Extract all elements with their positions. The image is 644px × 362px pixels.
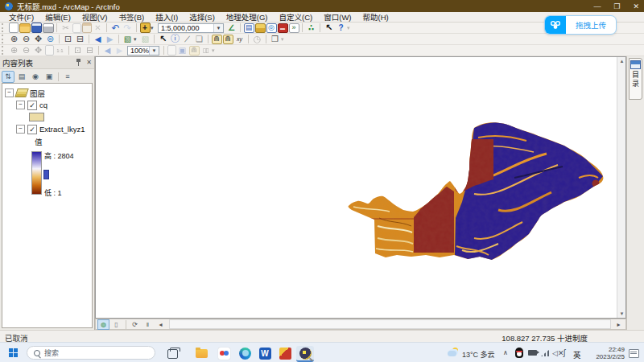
redo-icon[interactable] <box>122 23 134 33</box>
cq-visibility-checkbox[interactable] <box>27 101 37 110</box>
forward-extent-icon[interactable] <box>105 34 116 44</box>
zoom-out-icon[interactable] <box>21 34 32 44</box>
python-window-icon[interactable] <box>289 23 299 33</box>
find-icon[interactable] <box>212 35 222 44</box>
menu-insert[interactable]: 插入(I) <box>150 11 184 23</box>
file-explorer-button[interactable] <box>194 346 208 360</box>
tree-item-layers-root[interactable]: 图层 <box>2 87 92 99</box>
time-slider-icon[interactable] <box>252 34 263 44</box>
catalog-icon[interactable] <box>255 23 266 33</box>
paste-icon[interactable] <box>82 23 92 33</box>
collapse-icon[interactable] <box>5 88 14 97</box>
menu-view[interactable]: 视图(V) <box>76 11 114 23</box>
browser-button[interactable] <box>237 346 252 360</box>
cq-color-swatch[interactable] <box>29 113 44 121</box>
weather-icon[interactable] <box>448 349 459 357</box>
ime-tool-icon[interactable]: ʃ <box>564 348 565 357</box>
qq-icon[interactable] <box>515 348 523 358</box>
go-to-xy-icon[interactable]: xy <box>234 34 246 44</box>
list-by-visibility-icon[interactable]: ◉ <box>29 71 42 83</box>
save-icon[interactable] <box>31 23 42 33</box>
horizontal-scrollbar[interactable] <box>169 319 611 329</box>
toc-close-icon[interactable]: ✕ <box>86 59 92 66</box>
delete-icon[interactable] <box>93 23 104 33</box>
layout-zoom-out-icon[interactable] <box>21 45 32 56</box>
measure-icon[interactable] <box>182 34 193 44</box>
menu-bookmarks[interactable]: 书签(B) <box>113 11 150 23</box>
toolbar-grip[interactable] <box>2 23 6 32</box>
scroll-down-icon[interactable]: ▼ <box>618 310 625 318</box>
drag-upload-widget[interactable]: 拖拽上传 <box>544 15 617 35</box>
copy-icon[interactable] <box>72 23 81 33</box>
scroll-up-icon[interactable]: ▲ <box>618 57 625 65</box>
tree-item-extract[interactable]: Extract_lkyz1 <box>2 123 92 135</box>
select-features-icon[interactable] <box>122 34 134 44</box>
taskbar-clock[interactable]: 22:49 2023/2/25 <box>591 346 625 360</box>
start-button[interactable] <box>9 348 19 358</box>
layout-zoom-dropdown-icon[interactable]: ▼ <box>149 47 159 55</box>
viewer-window-icon[interactable] <box>270 34 281 44</box>
app-circles-button[interactable] <box>217 346 231 360</box>
menu-geoprocessing[interactable]: 地理处理(G) <box>221 11 274 23</box>
close-button[interactable]: ✕ <box>633 2 639 10</box>
focus-dataframe-icon[interactable] <box>167 45 176 56</box>
network-icon[interactable] <box>541 350 549 356</box>
taskbar-search-input[interactable]: 搜索 <box>27 346 155 360</box>
menu-edit[interactable]: 编辑(E) <box>39 11 76 23</box>
find-route-icon[interactable] <box>223 35 233 44</box>
back-extent-icon[interactable] <box>93 34 104 44</box>
maximize-button[interactable]: ❐ <box>613 2 620 10</box>
hidden-icons-chevron-icon[interactable]: ∧ <box>503 349 508 356</box>
list-by-selection-icon[interactable]: ▣ <box>43 71 56 83</box>
layout-fixed-zoom-in-icon[interactable] <box>72 45 84 56</box>
clear-selection-icon[interactable] <box>140 34 151 44</box>
help-icon[interactable] <box>336 23 347 33</box>
html-popup-icon[interactable] <box>194 34 205 44</box>
edit-sketch-icon[interactable] <box>226 23 237 33</box>
camera-tray-icon[interactable] <box>528 350 537 356</box>
scroll-left-icon[interactable]: ◂ <box>155 319 167 330</box>
search-window-icon[interactable] <box>266 23 277 33</box>
layout-forward-icon[interactable] <box>114 45 126 56</box>
ime-language-indicator[interactable]: 英 <box>573 349 581 360</box>
task-view-button[interactable] <box>167 349 178 359</box>
layout-zoom-in-icon[interactable] <box>9 45 20 56</box>
change-layout-icon[interactable] <box>177 45 188 56</box>
menu-file[interactable]: 文件(F) <box>3 11 39 23</box>
zoom-whole-page-icon[interactable] <box>45 45 54 56</box>
toolbar-overflow-icon[interactable]: ▾ <box>212 47 217 54</box>
tree-item-cq[interactable]: cq <box>2 99 92 111</box>
toggle-draft-mode-icon[interactable] <box>200 45 212 56</box>
data-view-button[interactable] <box>97 319 109 330</box>
notification-center-icon[interactable] <box>629 349 639 358</box>
word-button[interactable]: W <box>258 346 272 360</box>
modelbuilder-icon[interactable] <box>306 23 317 33</box>
layout-fixed-zoom-out-icon[interactable] <box>85 45 96 56</box>
whats-this-icon[interactable] <box>324 23 335 33</box>
add-data-icon[interactable] <box>140 23 151 33</box>
undo-icon[interactable] <box>110 23 122 33</box>
collapse-icon[interactable] <box>16 125 25 134</box>
list-by-source-icon[interactable]: ▤ <box>15 71 28 83</box>
pin-icon[interactable] <box>76 59 80 66</box>
layout-zoom-combo[interactable]: 100% ▼ <box>127 46 159 56</box>
pan-icon[interactable] <box>33 34 44 44</box>
cut-icon[interactable] <box>60 23 72 33</box>
pause-drawing-icon[interactable]: ‖ <box>142 319 154 330</box>
zoom-100-icon[interactable]: 1:1 <box>55 45 66 56</box>
menu-help[interactable]: 帮助(H) <box>357 11 394 23</box>
menu-customize[interactable]: 自定义(C) <box>274 11 319 23</box>
table-of-contents-icon[interactable] <box>244 23 254 33</box>
new-document-icon[interactable] <box>9 23 19 33</box>
identify-icon[interactable] <box>170 34 181 44</box>
toolbar-grip[interactable] <box>2 35 6 43</box>
toolbar-overflow-icon[interactable]: ▾ <box>347 25 353 31</box>
fixed-zoom-in-icon[interactable] <box>63 34 74 44</box>
map-canvas[interactable]: ▲ ▼ <box>95 56 626 319</box>
volume-muted-icon[interactable]: ◁✕ <box>552 349 564 357</box>
map-scale-combo[interactable]: 1:5,000,000 ▼ <box>158 23 224 33</box>
weather-text[interactable]: 13°C 多云 <box>462 349 495 360</box>
data-driven-pages-icon[interactable] <box>189 46 200 56</box>
collapse-icon[interactable] <box>16 101 25 109</box>
menu-selection[interactable]: 选择(S) <box>184 11 221 23</box>
